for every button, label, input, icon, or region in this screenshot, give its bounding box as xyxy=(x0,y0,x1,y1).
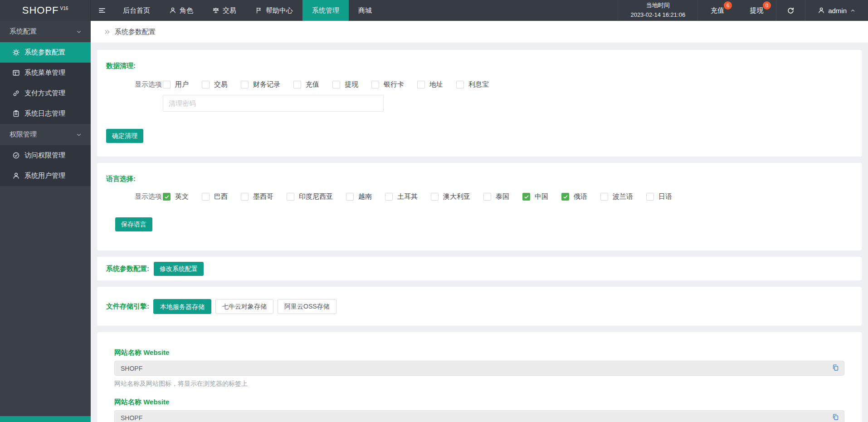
sys-config-label: 系统参数配置: xyxy=(106,265,149,273)
local-time-label: 当地时间 xyxy=(646,1,670,10)
top-nav-item[interactable]: 角色 xyxy=(160,0,203,21)
checkbox-option[interactable]: 地址 xyxy=(417,80,443,89)
save-language-button[interactable]: 保存语言 xyxy=(115,217,152,231)
checkbox-unchecked xyxy=(646,193,654,201)
checkbox-label: 充值 xyxy=(306,80,319,89)
top-nav-item[interactable]: 商城 xyxy=(349,0,381,21)
website-field-help: 网站名称及网站图标，将显示在浏览器的标签上 xyxy=(114,380,844,388)
refresh-icon xyxy=(787,7,795,15)
checkbox-option[interactable]: 墨西哥 xyxy=(241,192,273,201)
checkbox-option[interactable]: 中国 xyxy=(522,192,548,201)
sidebar-group-header[interactable]: 权限管理 xyxy=(0,124,91,145)
sidebar-item[interactable]: 系统用户管理 xyxy=(0,166,91,186)
checkbox-option[interactable]: 澳大利亚 xyxy=(431,192,470,201)
storage-option-button[interactable]: 阿里云OSS存储 xyxy=(278,299,336,314)
main-content: 系统参数配置 数据清理: 显示选项 用户交易财务记录充值提现银行卡地址利息宝 确… xyxy=(91,21,868,422)
top-nav-label: 后台首页 xyxy=(123,6,150,15)
checkbox-unchecked xyxy=(287,193,294,201)
checkbox-unchecked xyxy=(241,81,249,88)
checkbox-option[interactable]: 波兰语 xyxy=(600,192,633,201)
app-logo: SHOPF V16 xyxy=(0,0,91,21)
storage-option-button[interactable]: 本地服务器存储 xyxy=(153,299,211,314)
confirm-clean-button[interactable]: 确定清理 xyxy=(106,129,143,143)
checkbox-option[interactable]: 财务记录 xyxy=(241,80,280,89)
checkbox-option[interactable]: 俄语 xyxy=(561,192,587,201)
sidebar-group-label: 权限管理 xyxy=(10,130,37,139)
checkbox-option[interactable]: 印度尼西亚 xyxy=(287,192,333,201)
sidebar-item-label: 系统用户管理 xyxy=(24,172,65,180)
website-card: 网站名称 Website网站名称及网站图标，将显示在浏览器的标签上网站名称 We… xyxy=(97,332,862,422)
breadcrumb: 系统参数配置 xyxy=(91,21,868,43)
website-field-label: 网站名称 Website xyxy=(114,348,844,357)
checkbox-option[interactable]: 日语 xyxy=(646,192,672,201)
sys-config-card: 系统参数配置: 修改系统配置 xyxy=(97,257,862,280)
checkbox-unchecked xyxy=(202,81,210,88)
checkbox-option[interactable]: 土耳其 xyxy=(385,192,418,201)
checkbox-option[interactable]: 提现 xyxy=(332,80,358,89)
checkbox-label: 地址 xyxy=(429,80,443,89)
sidebar-group-header[interactable]: 系统配置 xyxy=(0,21,91,42)
user-icon xyxy=(169,7,176,14)
content-area: 数据清理: 显示选项 用户交易财务记录充值提现银行卡地址利息宝 确定清理 语言选… xyxy=(91,43,868,422)
website-input-wrap xyxy=(114,410,844,422)
checkbox-option[interactable]: 利息宝 xyxy=(456,80,489,89)
checkbox-option[interactable]: 充值 xyxy=(293,80,319,89)
sidebar: 系统配置系统参数配置系统菜单管理支付方式管理系统日志管理权限管理访问权限管理系统… xyxy=(0,21,91,422)
user-menu[interactable]: admin xyxy=(805,0,868,21)
checkbox-option[interactable]: 巴西 xyxy=(202,192,228,201)
sidebar-item[interactable]: 系统菜单管理 xyxy=(0,63,91,83)
top-nav-label: 系统管理 xyxy=(312,6,339,15)
recharge-button[interactable]: 充值 6 xyxy=(698,0,737,21)
clipboard-icon xyxy=(12,110,20,118)
checkbox-label: 英文 xyxy=(175,192,189,201)
sidebar-item-label: 系统参数配置 xyxy=(24,48,65,57)
top-nav-item[interactable]: 后台首页 xyxy=(113,0,160,21)
checkbox-label: 中国 xyxy=(535,192,548,201)
flag-icon xyxy=(255,7,263,14)
modify-config-button[interactable]: 修改系统配置 xyxy=(154,262,204,276)
shield-check-icon xyxy=(12,152,20,159)
app-version: V16 xyxy=(60,4,68,11)
storage-options: 本地服务器存储七牛云对象存储阿里云OSS存储 xyxy=(149,299,336,314)
sidebar-item[interactable]: 访问权限管理 xyxy=(0,145,91,166)
sidebar-group-items: 系统参数配置系统菜单管理支付方式管理系统日志管理 xyxy=(0,42,91,124)
top-nav-item[interactable]: 帮助中心 xyxy=(246,0,302,21)
sidebar-item[interactable]: 系统参数配置 xyxy=(0,42,91,63)
storage-option-button[interactable]: 七牛云对象存储 xyxy=(215,299,273,314)
sidebar-bottom-strip xyxy=(0,416,91,422)
checkbox-option[interactable]: 越南 xyxy=(346,192,372,201)
language-title: 语言选择: xyxy=(106,175,853,183)
data-clean-card: 数据清理: 显示选项 用户交易财务记录充值提现银行卡地址利息宝 确定清理 xyxy=(97,50,862,157)
copy-icon[interactable] xyxy=(832,363,839,373)
breadcrumb-text: 系统参数配置 xyxy=(115,28,156,36)
website-name-input[interactable] xyxy=(114,361,844,376)
sidebar-item[interactable]: 系统日志管理 xyxy=(0,103,91,124)
checkbox-unchecked xyxy=(346,193,354,201)
checkbox-option[interactable]: 银行卡 xyxy=(371,80,404,89)
checkbox-option[interactable]: 交易 xyxy=(202,80,228,89)
checkbox-option[interactable]: 泰国 xyxy=(483,192,509,201)
copy-icon[interactable] xyxy=(832,413,839,422)
top-nav-item[interactable]: 交易 xyxy=(203,0,246,21)
checkbox-checked xyxy=(561,193,569,201)
clean-password-input[interactable] xyxy=(163,95,384,112)
sidebar-item[interactable]: 支付方式管理 xyxy=(0,83,91,103)
checkbox-unchecked xyxy=(241,193,249,201)
checkbox-label: 日语 xyxy=(658,192,672,201)
hamburger-icon xyxy=(98,6,106,15)
sidebar-toggle-button[interactable] xyxy=(91,0,113,21)
website-name-input[interactable] xyxy=(114,410,844,422)
checkbox-label: 土耳其 xyxy=(397,192,418,201)
app-logo-text: SHOPF xyxy=(22,4,59,17)
checkbox-unchecked xyxy=(293,81,301,88)
checkbox-option[interactable]: 用户 xyxy=(163,80,189,89)
refresh-button[interactable] xyxy=(776,0,805,21)
data-clean-options: 用户交易财务记录充值提现银行卡地址利息宝 xyxy=(163,80,502,89)
checkbox-option[interactable]: 英文 xyxy=(163,192,189,201)
checkbox-label: 泰国 xyxy=(496,192,509,201)
top-nav-item[interactable]: 系统管理 xyxy=(302,0,349,21)
data-clean-form: 显示选项 用户交易财务记录充值提现银行卡地址利息宝 xyxy=(135,80,853,112)
withdraw-button[interactable]: 提现 0 xyxy=(737,0,776,21)
sidebar-item-label: 访问权限管理 xyxy=(24,151,65,160)
double-arrow-icon xyxy=(104,29,111,35)
